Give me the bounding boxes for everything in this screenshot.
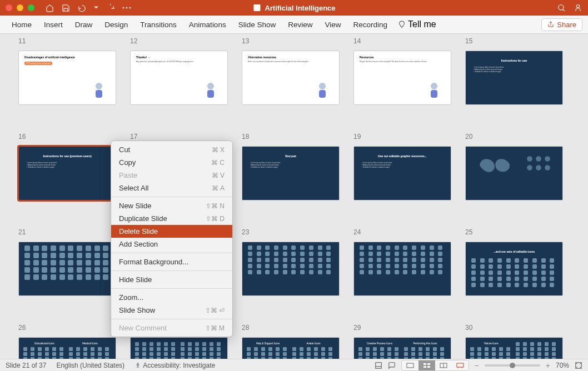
undo-icon[interactable] bbox=[78, 4, 86, 12]
slide-thumb-content: ...and our sets of editable icons bbox=[465, 242, 563, 296]
ctx-slide-show[interactable]: Slide Show⇧⌘ ⏎ bbox=[111, 304, 232, 317]
slide-thumbnail[interactable]: 30Nature Icons bbox=[465, 324, 563, 359]
tab-draw[interactable]: Draw bbox=[69, 16, 99, 33]
slide-thumb-content: Educational IconsMedical Icons bbox=[18, 337, 116, 359]
slide-thumb-content: Storyset• Lorem ipsum dolor sit amet con… bbox=[242, 146, 340, 200]
notes-icon[interactable] bbox=[375, 362, 382, 369]
tab-view[interactable]: View bbox=[318, 16, 347, 33]
home-icon[interactable] bbox=[46, 4, 54, 12]
search-icon[interactable] bbox=[557, 3, 566, 12]
slide-number: 29 bbox=[353, 324, 451, 332]
svg-point-16 bbox=[536, 156, 541, 162]
status-bar: Slide 21 of 37 English (United States) A… bbox=[0, 359, 588, 371]
ctx-delete-slide[interactable]: Delete Slide bbox=[111, 225, 232, 238]
slide-thumbnail[interactable]: 15Instructions for use• Lorem ipsum dolo… bbox=[465, 37, 563, 105]
slide-thumbnail[interactable]: 14ResourcesDid you like the resources in… bbox=[353, 37, 451, 105]
slide-thumbnail[interactable]: 18Storyset• Lorem ipsum dolor sit amet c… bbox=[242, 133, 340, 200]
tab-review[interactable]: Review bbox=[282, 16, 318, 33]
titlebar: Artificial Intelligence bbox=[0, 0, 588, 16]
save-icon[interactable] bbox=[62, 4, 70, 12]
document-title: Artificial Intelligence bbox=[252, 3, 335, 12]
accessibility-icon bbox=[134, 362, 141, 369]
status-language[interactable]: English (United States) bbox=[56, 362, 124, 369]
zoom-in[interactable]: + bbox=[546, 361, 550, 370]
slide-number: 17 bbox=[130, 133, 228, 141]
ctx-add-section[interactable]: Add Section bbox=[111, 238, 232, 250]
slide-number: 26 bbox=[18, 324, 116, 332]
tab-recording[interactable]: Recording bbox=[347, 16, 394, 33]
slide-thumb-content bbox=[130, 337, 228, 359]
view-normal[interactable] bbox=[402, 360, 418, 370]
slide-thumbnail[interactable]: 26Educational IconsMedical Icons bbox=[18, 324, 116, 359]
tab-insert[interactable]: Insert bbox=[38, 16, 69, 33]
undo-dropdown-icon[interactable] bbox=[94, 6, 98, 10]
svg-point-4 bbox=[559, 5, 564, 10]
view-reading[interactable] bbox=[435, 360, 452, 370]
ctx-hide-slide[interactable]: Hide Slide bbox=[111, 273, 232, 286]
more-icon[interactable] bbox=[122, 7, 131, 9]
svg-rect-24 bbox=[407, 363, 413, 368]
zoom-slider[interactable] bbox=[485, 364, 540, 367]
zoom-out[interactable]: − bbox=[475, 361, 479, 370]
redo-icon[interactable] bbox=[106, 4, 114, 12]
view-sorter[interactable] bbox=[418, 360, 435, 370]
slide-thumbnail[interactable]: 20 bbox=[465, 133, 563, 200]
slide-thumbnail[interactable]: 19Use our editable graphic resources...•… bbox=[353, 133, 451, 200]
slide-thumb-content: Help & Support IconsAvatar Icons bbox=[242, 337, 340, 359]
fit-window-icon[interactable] bbox=[575, 362, 582, 369]
svg-rect-27 bbox=[423, 366, 426, 368]
comments-icon[interactable] bbox=[388, 362, 396, 369]
view-slideshow[interactable] bbox=[452, 360, 469, 370]
slide-thumbnail[interactable]: 23 bbox=[242, 228, 340, 296]
svg-rect-31 bbox=[457, 363, 464, 367]
zoom-level[interactable]: 70% bbox=[556, 362, 569, 369]
slide-sorter[interactable]: 11Disadvantages of artificial intelligen… bbox=[0, 34, 588, 359]
svg-point-1 bbox=[126, 7, 128, 9]
slide-thumb-content: Alternative resourcesHere's an assortmen… bbox=[242, 51, 340, 105]
svg-rect-12 bbox=[319, 90, 326, 98]
svg-point-15 bbox=[527, 156, 532, 162]
slide-thumbnail[interactable]: 11Disadvantages of artificial intelligen… bbox=[18, 37, 116, 105]
slide-number: 14 bbox=[353, 37, 451, 45]
status-accessibility[interactable]: Accessibility: Investigate bbox=[134, 362, 215, 369]
user-icon[interactable] bbox=[574, 3, 582, 12]
svg-point-6 bbox=[576, 5, 579, 8]
slide-thumbnail[interactable]: 12Thanks! →Any questions? youremail@free… bbox=[130, 37, 228, 105]
powerpoint-icon bbox=[252, 3, 261, 12]
tab-design[interactable]: Design bbox=[98, 16, 134, 33]
ctx-duplicate-slide[interactable]: Duplicate Slide⇧⌘ D bbox=[111, 212, 232, 225]
svg-point-21 bbox=[137, 363, 138, 364]
slide-thumbnail[interactable]: 28Help & Support IconsAvatar Icons bbox=[242, 324, 340, 359]
tab-animations[interactable]: Animations bbox=[183, 16, 232, 33]
ribbon: Home Insert Draw Design Transitions Anim… bbox=[0, 16, 588, 34]
svg-rect-28 bbox=[427, 366, 430, 368]
slide-thumbnail[interactable]: 21 bbox=[18, 228, 116, 296]
tell-me[interactable]: Tell me bbox=[398, 19, 436, 29]
close-window[interactable] bbox=[6, 4, 12, 11]
ctx-format-background[interactable]: Format Background... bbox=[111, 255, 232, 268]
svg-rect-26 bbox=[427, 363, 430, 365]
maximize-window[interactable] bbox=[28, 4, 34, 11]
ctx-new-slide[interactable]: New Slide⇧⌘ N bbox=[111, 199, 232, 212]
slide-thumbnail[interactable]: 24 bbox=[353, 228, 451, 296]
ctx-select-all[interactable]: Select All⌘ A bbox=[111, 182, 232, 194]
slide-thumb-content bbox=[242, 242, 340, 296]
svg-rect-3 bbox=[253, 4, 260, 11]
tab-home[interactable]: Home bbox=[6, 16, 38, 33]
slide-thumb-content bbox=[18, 242, 116, 296]
slide-thumb-content: Nature Icons bbox=[465, 337, 563, 359]
ctx-cut[interactable]: Cut⌘ X bbox=[111, 143, 232, 156]
svg-rect-25 bbox=[423, 363, 426, 365]
ctx-zoom[interactable]: Zoom... bbox=[111, 291, 232, 304]
slide-thumbnail[interactable]: 29Creative Process IconsPerforming Arts … bbox=[353, 324, 451, 359]
svg-point-0 bbox=[123, 7, 124, 9]
ctx-copy[interactable]: Copy⌘ C bbox=[111, 156, 232, 169]
slide-thumbnail[interactable]: 25...and our sets of editable icons bbox=[465, 228, 563, 296]
slide-thumbnail[interactable]: 16Instructions for use (premium users)• … bbox=[18, 133, 116, 200]
tab-transitions[interactable]: Transitions bbox=[134, 16, 183, 33]
minimize-window[interactable] bbox=[17, 4, 23, 11]
tab-slideshow[interactable]: Slide Show bbox=[232, 16, 282, 33]
slide-thumbnail[interactable]: 13Alternative resourcesHere's an assortm… bbox=[242, 37, 340, 105]
share-button[interactable]: Share bbox=[541, 18, 582, 31]
view-mode-buttons bbox=[401, 360, 469, 371]
